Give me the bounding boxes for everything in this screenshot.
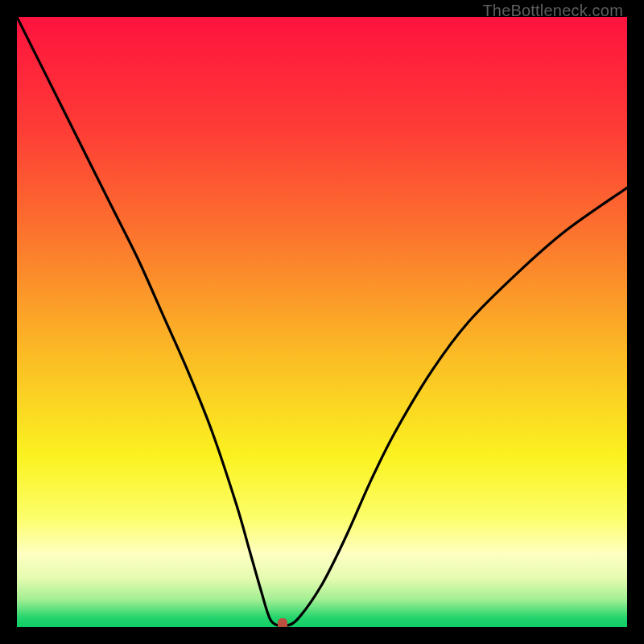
bottleneck-curve [17,17,627,627]
minimum-marker [278,618,287,627]
plot-area [17,17,627,627]
outer-frame: TheBottleneck.com [0,0,644,644]
